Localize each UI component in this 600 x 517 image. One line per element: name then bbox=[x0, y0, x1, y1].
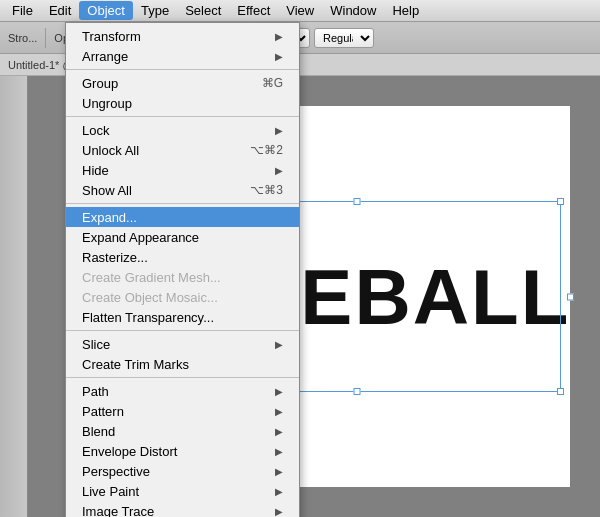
menu-item-blend[interactable]: Blend ▶ bbox=[66, 421, 299, 441]
menu-item-flatten-transparency-label: Flatten Transparency... bbox=[82, 310, 283, 325]
menu-item-arrange[interactable]: Arrange ▶ bbox=[66, 46, 299, 66]
menu-item-blend-label: Blend bbox=[82, 424, 275, 439]
menu-item-unlock-all-label: Unlock All bbox=[82, 143, 230, 158]
menu-item-expand-appearance[interactable]: Expand Appearance bbox=[66, 227, 299, 247]
menu-item-image-trace-label: Image Trace bbox=[82, 504, 275, 518]
menu-view[interactable]: View bbox=[278, 1, 322, 20]
menu-item-pattern[interactable]: Pattern ▶ bbox=[66, 401, 299, 421]
menu-item-slice[interactable]: Slice ▶ bbox=[66, 334, 299, 354]
menu-item-image-trace[interactable]: Image Trace ▶ bbox=[66, 501, 299, 517]
menu-arrow-live-paint: ▶ bbox=[275, 486, 283, 497]
menu-item-rasterize[interactable]: Rasterize... bbox=[66, 247, 299, 267]
menu-type[interactable]: Type bbox=[133, 1, 177, 20]
menu-item-group-shortcut: ⌘G bbox=[262, 76, 283, 90]
menu-arrow-slice: ▶ bbox=[275, 339, 283, 350]
menu-item-envelope-distort-label: Envelope Distort bbox=[82, 444, 275, 459]
menu-item-unlock-all[interactable]: Unlock All ⌥⌘2 bbox=[66, 140, 299, 160]
menu-item-hide-label: Hide bbox=[82, 163, 275, 178]
menu-item-perspective-label: Perspective bbox=[82, 464, 275, 479]
menu-item-live-paint[interactable]: Live Paint ▶ bbox=[66, 481, 299, 501]
menu-item-lock-label: Lock bbox=[82, 123, 275, 138]
menu-arrow-perspective: ▶ bbox=[275, 466, 283, 477]
menu-item-create-trim-marks[interactable]: Create Trim Marks bbox=[66, 354, 299, 374]
sep-3 bbox=[66, 203, 299, 204]
menu-arrow-path: ▶ bbox=[275, 386, 283, 397]
menu-item-envelope-distort[interactable]: Envelope Distort ▶ bbox=[66, 441, 299, 461]
menu-item-create-gradient-mesh: Create Gradient Mesh... bbox=[66, 267, 299, 287]
menu-item-expand-appearance-label: Expand Appearance bbox=[82, 230, 283, 245]
menu-edit[interactable]: Edit bbox=[41, 1, 79, 20]
menu-object[interactable]: Object bbox=[79, 1, 133, 20]
menu-arrow-hide: ▶ bbox=[275, 165, 283, 176]
menu-item-lock[interactable]: Lock ▶ bbox=[66, 120, 299, 140]
object-dropdown-menu: Transform ▶ Arrange ▶ Group ⌘G Ungroup L… bbox=[65, 22, 300, 517]
toolbar-sep-1 bbox=[45, 28, 46, 48]
menu-item-create-gradient-mesh-label: Create Gradient Mesh... bbox=[82, 270, 283, 285]
menu-item-create-trim-marks-label: Create Trim Marks bbox=[82, 357, 283, 372]
sep-5 bbox=[66, 377, 299, 378]
menu-arrow-blend: ▶ bbox=[275, 426, 283, 437]
menu-item-live-paint-label: Live Paint bbox=[82, 484, 275, 499]
menu-effect[interactable]: Effect bbox=[229, 1, 278, 20]
menu-item-transform-label: Transform bbox=[82, 29, 275, 44]
menu-item-ungroup-label: Ungroup bbox=[82, 96, 283, 111]
menu-item-perspective[interactable]: Perspective ▶ bbox=[66, 461, 299, 481]
menu-file[interactable]: File bbox=[4, 1, 41, 20]
menu-arrow-envelope-distort: ▶ bbox=[275, 446, 283, 457]
menu-window[interactable]: Window bbox=[322, 1, 384, 20]
menu-item-show-all-shortcut: ⌥⌘3 bbox=[250, 183, 283, 197]
menu-item-path-label: Path bbox=[82, 384, 275, 399]
menu-item-group-label: Group bbox=[82, 76, 242, 91]
menu-item-ungroup[interactable]: Ungroup bbox=[66, 93, 299, 113]
menu-item-unlock-all-shortcut: ⌥⌘2 bbox=[250, 143, 283, 157]
sep-1 bbox=[66, 69, 299, 70]
menu-item-expand[interactable]: Expand... bbox=[66, 207, 299, 227]
font-style-select[interactable]: Regular bbox=[314, 28, 374, 48]
menu-item-pattern-label: Pattern bbox=[82, 404, 275, 419]
left-tool-panel bbox=[0, 76, 28, 517]
menu-arrow-lock: ▶ bbox=[275, 125, 283, 136]
stroke-section: Stro... bbox=[8, 32, 37, 44]
menu-help[interactable]: Help bbox=[384, 1, 427, 20]
menu-arrow-image-trace: ▶ bbox=[275, 506, 283, 517]
menu-item-transform[interactable]: Transform ▶ bbox=[66, 26, 299, 46]
menu-item-hide[interactable]: Hide ▶ bbox=[66, 160, 299, 180]
sep-2 bbox=[66, 116, 299, 117]
menu-item-show-all-label: Show All bbox=[82, 183, 230, 198]
menu-select[interactable]: Select bbox=[177, 1, 229, 20]
stroke-label: Stro... bbox=[8, 32, 37, 44]
menu-item-create-object-mosaic-label: Create Object Mosaic... bbox=[82, 290, 283, 305]
menu-arrow-pattern: ▶ bbox=[275, 406, 283, 417]
menu-item-flatten-transparency[interactable]: Flatten Transparency... bbox=[66, 307, 299, 327]
menu-item-rasterize-label: Rasterize... bbox=[82, 250, 283, 265]
menu-item-expand-label: Expand... bbox=[82, 210, 283, 225]
menu-item-arrange-label: Arrange bbox=[82, 49, 275, 64]
menu-item-create-object-mosaic: Create Object Mosaic... bbox=[66, 287, 299, 307]
menu-arrow-transform: ▶ bbox=[275, 31, 283, 42]
menu-arrow-arrange: ▶ bbox=[275, 51, 283, 62]
menu-item-path[interactable]: Path ▶ bbox=[66, 381, 299, 401]
sep-4 bbox=[66, 330, 299, 331]
menu-item-slice-label: Slice bbox=[82, 337, 275, 352]
menu-item-group[interactable]: Group ⌘G bbox=[66, 73, 299, 93]
menubar: File Edit Object Type Select Effect View… bbox=[0, 0, 600, 22]
menu-item-show-all[interactable]: Show All ⌥⌘3 bbox=[66, 180, 299, 200]
